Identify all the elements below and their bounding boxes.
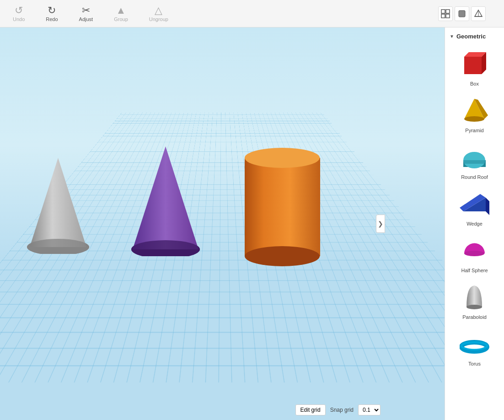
- adjust-icon: ✂: [82, 5, 90, 16]
- sidebar-category-label: Geometric: [456, 33, 486, 40]
- sidebar-collapse-arrow: ▼: [450, 34, 454, 39]
- edit-grid-button[interactable]: Edit grid: [295, 404, 326, 415]
- grid-view-button[interactable]: [438, 6, 453, 21]
- redo-icon: ↻: [48, 5, 56, 16]
- paraboloid-icon: [459, 280, 491, 312]
- canvas-area[interactable]: ❯ Edit grid Snap grid 0.1 0.5 1: [0, 27, 445, 420]
- redo-button[interactable]: ↻ Redo: [42, 4, 61, 24]
- edit-grid-label: Edit grid: [300, 407, 321, 413]
- group-icon: ▲: [116, 5, 126, 16]
- toolbar: ↺ Undo ↻ Redo ✂ Adjust ▲ Group △ Ungroup: [0, 0, 504, 27]
- adjust-label: Adjust: [79, 16, 93, 22]
- half-sphere-label: Half Sphere: [461, 268, 488, 273]
- pyramid-icon: [459, 94, 491, 126]
- sidebar-item-paraboloid[interactable]: Paraboloid: [447, 277, 502, 323]
- sidebar-item-pyramid[interactable]: Pyramid: [447, 90, 502, 137]
- shape-orange-cylinder[interactable]: [240, 140, 325, 268]
- view-buttons: [438, 6, 486, 21]
- svg-rect-2: [441, 14, 445, 18]
- bottom-bar: Edit grid Snap grid 0.1 0.5 1: [295, 404, 381, 415]
- snap-grid-label: Snap grid: [330, 407, 354, 413]
- svg-rect-14: [245, 158, 320, 256]
- sidebar-item-wedge[interactable]: Wedge: [447, 183, 502, 230]
- sidebar-header: ▼ Geometric: [445, 31, 504, 43]
- sidebar-item-half-sphere[interactable]: Half Sphere: [447, 230, 502, 277]
- torus-label: Torus: [468, 361, 481, 366]
- collapse-arrow-icon: ❯: [378, 220, 383, 227]
- wedge-label: Wedge: [466, 221, 483, 226]
- purple-cone-svg: [128, 142, 204, 256]
- round-roof-label: Round Roof: [461, 174, 488, 180]
- svg-rect-4: [459, 11, 465, 17]
- sidebar-item-round-roof[interactable]: Round Roof: [447, 137, 502, 183]
- solid-view-button[interactable]: [455, 6, 469, 21]
- svg-point-30: [464, 251, 484, 256]
- svg-marker-28: [486, 198, 489, 215]
- wireframe-view-button[interactable]: [471, 6, 486, 21]
- svg-rect-0: [441, 10, 445, 13]
- grid-view-icon: [441, 9, 450, 18]
- orange-cylinder-svg: [240, 140, 325, 268]
- undo-button[interactable]: ↺ Undo: [9, 4, 28, 24]
- svg-point-22: [464, 116, 484, 122]
- shape-purple-cone[interactable]: [128, 142, 204, 256]
- pyramid-label: Pyramid: [465, 128, 483, 133]
- gray-cone-svg: [25, 151, 91, 254]
- ungroup-button[interactable]: △ Ungroup: [145, 4, 172, 24]
- wedge-icon: [459, 187, 491, 219]
- sidebar-item-box[interactable]: Box: [447, 43, 502, 90]
- paraboloid-label: Paraboloid: [462, 314, 487, 320]
- shapes-sidebar: ▼ Geometric Box Pyra: [445, 27, 504, 420]
- main-area: ❯ Edit grid Snap grid 0.1 0.5 1 ▼ Geomet…: [0, 27, 504, 420]
- box-icon: [459, 47, 491, 79]
- svg-point-31: [466, 305, 482, 309]
- torus-icon: [459, 327, 491, 359]
- svg-rect-3: [446, 14, 450, 18]
- solid-view-icon: [457, 9, 466, 18]
- undo-label: Undo: [13, 16, 25, 22]
- group-button[interactable]: ▲ Group: [110, 4, 132, 24]
- svg-rect-17: [464, 57, 482, 74]
- round-roof-icon: [459, 140, 491, 172]
- svg-rect-25: [463, 160, 486, 164]
- svg-marker-12: [133, 146, 198, 249]
- sidebar-collapse-button[interactable]: ❯: [376, 215, 385, 233]
- group-label: Group: [114, 16, 128, 22]
- snap-grid-select[interactable]: 0.1 0.5 1: [358, 404, 381, 415]
- svg-point-16: [245, 148, 320, 168]
- box-label: Box: [470, 81, 479, 86]
- undo-icon: ↺: [15, 5, 23, 16]
- svg-point-15: [245, 246, 320, 266]
- svg-marker-9: [30, 158, 86, 247]
- svg-rect-1: [446, 10, 450, 13]
- redo-label: Redo: [46, 16, 58, 22]
- half-sphere-icon: [459, 234, 491, 266]
- shape-gray-cone[interactable]: [25, 151, 91, 254]
- adjust-button[interactable]: ✂ Adjust: [75, 4, 97, 24]
- sidebar-item-torus[interactable]: Torus: [447, 323, 502, 370]
- ungroup-icon: △: [155, 5, 162, 16]
- ungroup-label: Ungroup: [149, 16, 168, 22]
- wireframe-view-icon: [474, 9, 483, 18]
